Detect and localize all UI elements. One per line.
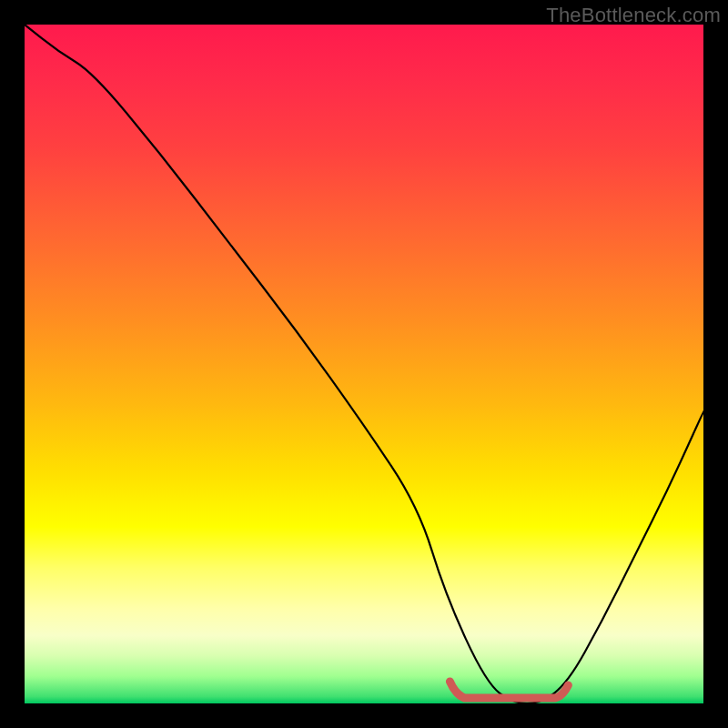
- watermark-text: TheBottleneck.com: [546, 4, 721, 27]
- bottleneck-curve: [25, 25, 703, 703]
- curve-path: [25, 25, 703, 703]
- plot-area: [25, 25, 703, 703]
- chart-frame: TheBottleneck.com: [0, 0, 728, 728]
- marker-path: [450, 682, 568, 698]
